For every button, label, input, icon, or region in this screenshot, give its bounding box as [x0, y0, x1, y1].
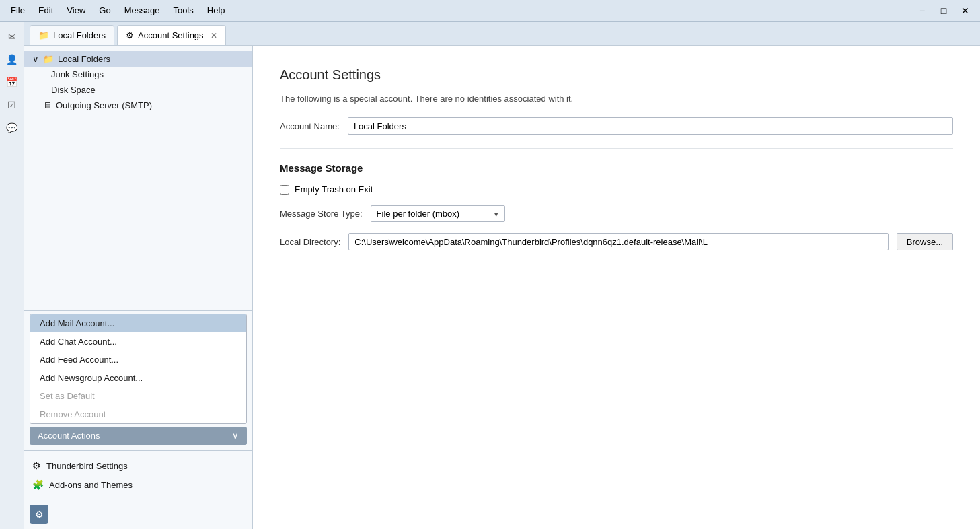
address-book-icon[interactable]: 👤	[3, 50, 22, 69]
page-title: Account Settings	[280, 67, 953, 83]
tab-bar: 📁 Local Folders ⚙ Account Settings ✕	[24, 22, 980, 46]
account-actions-button[interactable]: Account Actions ∨	[30, 427, 247, 445]
addons-themes-label: Add-ons and Themes	[49, 480, 133, 490]
mail-icon[interactable]: ✉	[3, 27, 22, 46]
thunderbird-settings-label: Thunderbird Settings	[46, 461, 128, 471]
calendar-icon[interactable]: 📅	[3, 73, 22, 92]
message-store-row: Message Store Type: File per folder (mbo…	[280, 205, 953, 222]
folder-panel: ∨ 📁 Local Folders Junk Settings Disk Spa…	[24, 46, 253, 529]
settings-tab-icon: ⚙	[126, 30, 134, 40]
menu-bar-container: FileEditViewGoMessageToolsHelp	[5, 4, 231, 17]
panel-row: ∨ 📁 Local Folders Junk Settings Disk Spa…	[24, 46, 980, 529]
menu-file-item[interactable]: File	[5, 4, 30, 17]
menu-message-item[interactable]: Message	[119, 4, 165, 17]
separator-1	[280, 148, 953, 149]
account-actions-section: Add Mail Account... Add Chat Account... …	[24, 310, 252, 450]
add-chat-account-item[interactable]: Add Chat Account...	[30, 332, 246, 351]
settings-gear-icon: ⚙	[35, 509, 44, 520]
app-container: ✉ 👤 📅 ☑ 💬 📁 Local Folders ⚙ Account Sett…	[0, 22, 980, 529]
dropdown-menu: Add Mail Account... Add Chat Account... …	[30, 314, 247, 424]
folder-tab-icon: 📁	[38, 30, 49, 40]
local-folders-tab[interactable]: 📁 Local Folders	[30, 25, 114, 45]
local-folders-tab-label: Local Folders	[53, 30, 106, 40]
menu-go-item[interactable]: Go	[93, 4, 116, 17]
outgoing-server-label: Outgoing Server (SMTP)	[56, 100, 152, 110]
server-icon: 🖥	[43, 100, 52, 110]
chat-icon[interactable]: 💬	[3, 118, 22, 137]
settings-corner-button[interactable]: ⚙	[30, 505, 48, 524]
folder-icon: 📁	[43, 54, 54, 64]
thunderbird-settings-link[interactable]: ⚙ Thunderbird Settings	[24, 456, 252, 475]
folder-tree: ∨ 📁 Local Folders Junk Settings Disk Spa…	[24, 46, 252, 310]
menu-view-item[interactable]: View	[61, 4, 91, 17]
icon-sidebar: ✉ 👤 📅 ☑ 💬	[0, 22, 24, 529]
message-store-label: Message Store Type:	[280, 209, 363, 219]
disk-space-label: Disk Space	[51, 85, 96, 95]
account-settings-tab[interactable]: ⚙ Account Settings ✕	[117, 25, 226, 45]
add-mail-account-item[interactable]: Add Mail Account...	[30, 314, 246, 332]
puzzle-icon: 🧩	[32, 479, 44, 490]
chevron-down-icon: ∨	[232, 431, 239, 441]
empty-trash-checkbox[interactable]	[280, 185, 289, 195]
add-newsgroup-account-item[interactable]: Add Newsgroup Account...	[30, 369, 246, 387]
local-folders-item[interactable]: ∨ 📁 Local Folders	[24, 51, 252, 67]
close-button[interactable]: ✕	[956, 3, 975, 18]
account-name-input[interactable]	[348, 117, 953, 135]
account-name-row: Account Name:	[280, 117, 953, 135]
outgoing-server-item[interactable]: 🖥 Outgoing Server (SMTP)	[24, 98, 252, 113]
message-storage-title: Message Storage	[280, 162, 953, 174]
menu-tools-item[interactable]: Tools	[167, 4, 198, 17]
chevron-down-icon: ∨	[32, 54, 39, 64]
main-settings-content: Account Settings The following is a spec…	[253, 46, 980, 529]
local-dir-input[interactable]	[348, 233, 889, 250]
empty-trash-row: Empty Trash on Exit	[280, 184, 953, 195]
menu-bar: FileEditViewGoMessageToolsHelp	[5, 4, 231, 17]
gear-icon: ⚙	[32, 460, 41, 471]
local-dir-label: Local Directory:	[280, 237, 340, 247]
set-as-default-item: Set as Default	[30, 387, 246, 405]
content-area: 📁 Local Folders ⚙ Account Settings ✕ ∨ 📁…	[24, 22, 980, 529]
browse-button[interactable]: Browse...	[897, 233, 953, 250]
message-store-wrapper: File per folder (mbox)Single file (mbox)…	[371, 205, 505, 222]
account-description: The following is a special account. Ther…	[280, 94, 953, 104]
menu-edit-item[interactable]: Edit	[33, 4, 59, 17]
remove-account-item: Remove Account	[30, 405, 246, 423]
addons-themes-link[interactable]: 🧩 Add-ons and Themes	[24, 475, 252, 494]
account-name-label: Account Name:	[280, 121, 340, 131]
title-bar: FileEditViewGoMessageToolsHelp − □ ✕	[0, 0, 980, 22]
window-controls: − □ ✕	[913, 3, 975, 18]
message-store-select[interactable]: File per folder (mbox)Single file (mbox)	[371, 205, 505, 222]
account-settings-tab-label: Account Settings	[138, 30, 204, 40]
close-tab-button[interactable]: ✕	[211, 31, 217, 40]
junk-settings-item[interactable]: Junk Settings	[24, 67, 252, 82]
empty-trash-label: Empty Trash on Exit	[295, 184, 373, 195]
account-actions-label: Account Actions	[38, 431, 100, 441]
tasks-icon[interactable]: ☑	[3, 96, 22, 114]
menu-help-item[interactable]: Help	[202, 4, 231, 17]
junk-settings-label: Junk Settings	[51, 69, 104, 79]
maximize-button[interactable]: □	[934, 3, 953, 18]
local-dir-row: Local Directory: Browse...	[280, 233, 953, 250]
settings-corner: ⚙	[24, 499, 252, 529]
disk-space-item[interactable]: Disk Space	[24, 82, 252, 98]
bottom-links: ⚙ Thunderbird Settings 🧩 Add-ons and The…	[24, 450, 252, 499]
add-feed-account-item[interactable]: Add Feed Account...	[30, 351, 246, 369]
folder-label: Local Folders	[58, 54, 110, 64]
minimize-button[interactable]: −	[913, 3, 932, 18]
